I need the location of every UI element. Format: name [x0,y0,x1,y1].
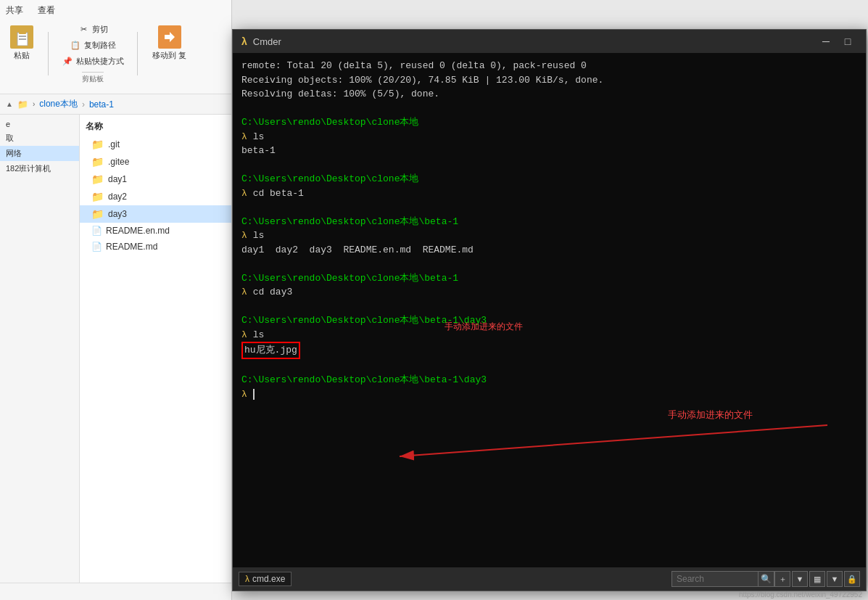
quick-e[interactable]: e [0,118,79,131]
divider2 [137,32,138,75]
folder-list: 名称 📁 .git 📁 .gitee 📁 day1 📁 day2 📁 day3 [80,115,231,583]
divider [48,32,49,75]
annotation-text: 手动添加进来的文件 [445,320,523,333]
quick-qu-label: 取 [6,133,14,144]
view-tab[interactable]: 查看 [38,4,55,17]
address-bar: ▲ 📁 › clone本地 › beta-1 [0,94,231,115]
cmder-body[interactable]: remote: Total 20 (delta 5), reused 0 (de… [233,53,866,567]
ribbon-content: 粘贴 ✂ 剪切 📋 复制路径 📌 粘贴快捷方式 剪贴板 [6,20,226,87]
addr-sep1: › [33,100,35,108]
folder-day1-icon: 📁 [91,173,104,185]
maximize-button[interactable]: □ [838,33,857,49]
nav-panel: e 取 网络 182班计算机 名称 📁 .git 📁 .gitee [0,115,231,583]
quick-network[interactable]: 网络 [0,146,79,161]
back-arrow[interactable]: ▲ [6,100,13,108]
file-readme-icon: 📄 [91,242,102,252]
folder-day2-icon: 📁 [91,191,104,202]
svg-rect-2 [19,36,26,37]
clone-folder[interactable]: clone本地 [39,98,78,110]
cmd-tab-label: cmd.exe [252,574,285,584]
paste-button[interactable]: 粘贴 [6,22,38,64]
quick-access: e 取 网络 182班计算机 [0,115,80,583]
addr-sep2: › [82,99,85,110]
quick-e-label: e [6,120,10,128]
clipboard-label: 剪贴板 [82,72,104,84]
footer-search: 🔍 ＋ ▼ ▦ ▼ 🔒 [671,571,860,587]
svg-rect-1 [19,30,26,34]
add-tab-button[interactable]: ＋ [774,571,790,587]
ribbon: 共享 查看 粘贴 [0,0,231,94]
footer-icons: ＋ ▼ ▦ ▼ 🔒 [774,571,860,587]
copy-path-icon: 📋 [70,39,81,51]
svg-marker-4 [165,32,175,42]
quick-qu[interactable]: 取 [0,131,79,146]
svg-rect-3 [19,38,26,40]
highlighted-file: hu尼克.jpg [241,342,300,359]
cmder-titlebar: λ Cmder ─ □ [233,30,866,53]
move-button[interactable]: 移动到 复 [148,22,191,64]
folder-gitee[interactable]: 📁 .gitee [80,153,231,170]
cut-button[interactable]: ✂ 剪切 [75,22,111,36]
cut-icon: ✂ [78,23,89,35]
dropdown-button[interactable]: ▼ [792,571,808,587]
view-button[interactable]: ▦ [809,571,825,587]
cmder-title: Cmder [253,36,811,47]
folder-git-icon: 📁 [91,139,104,150]
paste-icon [10,25,33,49]
quick-network-label: 网络 [6,148,22,159]
quick-computer[interactable]: 182班计算机 [0,161,79,176]
folder-gitee-icon: 📁 [91,156,104,168]
move-icon [158,25,181,49]
quick-computer-label: 182班计算机 [6,163,51,174]
folder-day3[interactable]: 📁 day3 [80,205,231,223]
folder-day3-icon: 📁 [91,208,104,220]
clipboard-group: ✂ 剪切 📋 复制路径 📌 粘贴快捷方式 剪贴板 [59,22,127,84]
file-explorer: 共享 查看 粘贴 [0,0,232,600]
file-readme-en[interactable]: 📄 README.en.md [80,223,231,239]
lock-button[interactable]: 🔒 [844,571,860,587]
cmder-controls: ─ □ [817,33,857,49]
tab-lambda-icon: λ [245,574,249,584]
cmder-lambda-icon: λ [241,36,247,47]
cmder-footer: λ cmd.exe 🔍 ＋ ▼ ▦ ▼ 🔒 [233,567,866,591]
paste-shortcut-icon: 📌 [62,55,73,67]
dropdown2-button[interactable]: ▼ [827,571,843,587]
status-right: https://blog.csdn.net/weixin_49722952 [739,591,862,599]
minimize-button[interactable]: ─ [817,33,835,49]
move-group: 移动到 复 [148,22,191,64]
file-readme[interactable]: 📄 README.md [80,239,231,255]
folder-day1[interactable]: 📁 day1 [80,170,231,188]
ribbon-tabs: 共享 查看 [6,3,226,17]
status-bar [0,583,231,600]
paste-shortcut-button[interactable]: 📌 粘贴快捷方式 [59,54,127,67]
cmd-tab[interactable]: λ cmd.exe [239,572,292,586]
share-tab[interactable]: 共享 [6,4,23,17]
file-readme-en-icon: 📄 [91,226,102,236]
search-button[interactable]: 🔍 [759,571,774,587]
copy-path-button[interactable]: 📋 复制路径 [67,38,119,52]
folder-day2[interactable]: 📁 day2 [80,188,231,205]
search-input[interactable] [671,571,759,587]
folder-git[interactable]: 📁 .git [80,136,231,153]
paste-group: 粘贴 [6,22,38,64]
cmder-window: λ Cmder ─ □ remote: Total 20 (delta 5), … [232,29,867,591]
folder-icon-addr: 📁 [17,99,28,110]
folder-header: 名称 [80,118,231,136]
beta1-folder[interactable]: beta-1 [89,99,114,110]
